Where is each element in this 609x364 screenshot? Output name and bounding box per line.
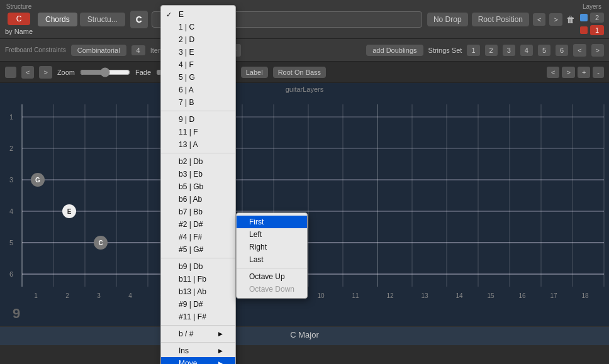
root-position-button[interactable]: Root Position bbox=[472, 13, 529, 26]
chord-name-bar: C Major bbox=[0, 326, 609, 345]
submenu-left[interactable]: Left bbox=[237, 228, 307, 241]
add-doublings-button[interactable]: add Doublings bbox=[366, 45, 423, 56]
submenu-right[interactable]: Right bbox=[237, 241, 307, 253]
third-next-button[interactable]: > bbox=[39, 66, 52, 79]
string-btn-2[interactable]: 2 bbox=[485, 45, 498, 56]
plus-button[interactable]: + bbox=[578, 67, 590, 78]
menu-item-ins[interactable]: Ins bbox=[161, 345, 235, 357]
strings-prev-button[interactable]: < bbox=[573, 44, 586, 57]
combinatorial-button[interactable]: Combinatorial bbox=[71, 45, 126, 56]
menu-item-b9[interactable]: b9 | Db bbox=[161, 260, 235, 273]
menu-item-4f[interactable]: 4 | F bbox=[161, 58, 235, 71]
svg-text:12: 12 bbox=[386, 292, 394, 299]
string-btn-3[interactable]: 3 bbox=[503, 45, 515, 56]
submenu-last[interactable]: Last bbox=[237, 253, 307, 266]
right-nav-bar: < > + - bbox=[547, 67, 604, 78]
menu-item-11f[interactable]: 11 | F bbox=[161, 126, 235, 138]
menu-item-6a[interactable]: 6 | A bbox=[161, 84, 235, 96]
menu-item-b13[interactable]: b13 | Ab bbox=[161, 285, 235, 298]
menu-item-s9[interactable]: #9 | D# bbox=[161, 298, 235, 311]
svg-text:G: G bbox=[35, 177, 40, 184]
layer1-color bbox=[580, 14, 588, 21]
right-next-button[interactable]: > bbox=[562, 67, 574, 78]
submenu-octave-up[interactable]: Octave Up bbox=[237, 270, 307, 283]
small-square-button[interactable] bbox=[5, 67, 16, 78]
menu-item-7b[interactable]: 7 | B bbox=[161, 96, 235, 109]
svg-text:C: C bbox=[98, 240, 103, 246]
menu-item-9d[interactable]: 9 | D bbox=[161, 113, 235, 126]
move-submenu: First Left Right Last Octave Up Octave D… bbox=[236, 212, 308, 299]
guitar-layers-label: guitarLayers bbox=[0, 83, 609, 96]
svg-text:5: 5 bbox=[9, 239, 13, 246]
menu-item-e[interactable]: E bbox=[161, 8, 235, 21]
svg-text:3: 3 bbox=[9, 176, 13, 184]
menu-item-b7[interactable]: b7 | Bb bbox=[161, 206, 235, 218]
strings-next-button[interactable]: > bbox=[591, 44, 604, 57]
root-on-bass-button[interactable]: Root On Bass bbox=[273, 67, 326, 78]
structure-label: Structure bbox=[6, 3, 32, 10]
menu-item-1c[interactable]: 1 | C bbox=[161, 21, 235, 33]
structure-button[interactable]: C bbox=[8, 13, 31, 25]
chord-icon: C bbox=[130, 11, 148, 28]
svg-text:4: 4 bbox=[128, 292, 132, 299]
layer2-number[interactable]: 1 bbox=[590, 25, 604, 35]
string-btn-1[interactable]: 1 bbox=[467, 45, 479, 56]
menu-divider-5 bbox=[161, 342, 235, 343]
prev-button[interactable]: < bbox=[533, 13, 545, 26]
string-btn-4[interactable]: 4 bbox=[520, 45, 533, 56]
second-toolbar: Fretboard Constraints Combinatorial 4 It… bbox=[0, 39, 609, 62]
menu-item-b2[interactable]: b2 | Db bbox=[161, 155, 235, 168]
nodrop-button[interactable]: No Drop bbox=[427, 13, 468, 26]
menu-divider-1 bbox=[161, 111, 235, 111]
menu-item-b6[interactable]: b6 | Ab bbox=[161, 193, 235, 206]
menu-item-b5[interactable]: b5 | Gb bbox=[161, 180, 235, 193]
svg-text:14: 14 bbox=[455, 292, 463, 299]
menu-item-s2[interactable]: #2 | D# bbox=[161, 218, 235, 231]
string-btn-6[interactable]: 6 bbox=[556, 45, 568, 56]
minus-button[interactable]: - bbox=[593, 67, 604, 78]
zoom-label: Zoom bbox=[57, 69, 75, 76]
svg-text:1: 1 bbox=[9, 113, 13, 121]
right-prev-button[interactable]: < bbox=[547, 67, 559, 78]
third-toolbar: < > Zoom Fade Spot Label Root On Bass < … bbox=[0, 62, 609, 83]
menu-item-s11[interactable]: #11 | F# bbox=[161, 311, 235, 323]
menu-item-move[interactable]: Move bbox=[161, 357, 235, 364]
fade-label: Fade bbox=[135, 69, 151, 76]
menu-divider-3 bbox=[161, 258, 235, 258]
svg-text:15: 15 bbox=[487, 292, 494, 299]
menu-item-b11[interactable]: b11 | Fb bbox=[161, 273, 235, 285]
trash-button[interactable]: 🗑 bbox=[566, 14, 575, 25]
zoom-slider[interactable] bbox=[80, 67, 130, 77]
menu-item-5g[interactable]: 5 | G bbox=[161, 71, 235, 84]
menu-item-3e[interactable]: 3 | E bbox=[161, 46, 235, 58]
menu-item-s5[interactable]: #5 | G# bbox=[161, 243, 235, 256]
submenu-first[interactable]: First bbox=[237, 216, 307, 228]
menu-item-13a[interactable]: 13 | A bbox=[161, 138, 235, 151]
menu-item-s4[interactable]: #4 | F# bbox=[161, 231, 235, 243]
string-btn-5[interactable]: 5 bbox=[538, 45, 550, 56]
count-display: 4 bbox=[131, 45, 145, 55]
submenu-octave-down: Octave Down bbox=[237, 283, 307, 295]
top-toolbar: Structure C by Name Chords Structu... C … bbox=[0, 0, 609, 39]
svg-text:3: 3 bbox=[97, 292, 101, 299]
fretboard-constraints-label: Fretboard Constraints bbox=[5, 47, 66, 53]
layers-label: Layers bbox=[583, 3, 601, 10]
menu-item-2d[interactable]: 2 | D bbox=[161, 33, 235, 46]
menu-item-b3[interactable]: b3 | Eb bbox=[161, 168, 235, 180]
svg-text:9: 9 bbox=[13, 306, 20, 321]
svg-text:4: 4 bbox=[9, 207, 13, 215]
layers-group: Layers 2 1 bbox=[580, 3, 604, 35]
structure-button2[interactable]: Structu... bbox=[80, 13, 125, 26]
next-button[interactable]: > bbox=[549, 13, 562, 26]
right-controls: No Drop Root Position < > 🗑 bbox=[427, 13, 575, 26]
chord-structure-buttons: Chords Structu... bbox=[38, 13, 125, 26]
svg-text:2: 2 bbox=[65, 292, 69, 299]
menu-item-b-sharp[interactable]: b / # bbox=[161, 328, 235, 340]
chords-button[interactable]: Chords bbox=[38, 13, 77, 26]
label-button[interactable]: Label bbox=[241, 67, 268, 78]
menu-divider-4 bbox=[161, 325, 235, 326]
context-menu: E 1 | C 2 | D 3 | E 4 | F 5 | G 6 | A 7 … bbox=[160, 5, 236, 364]
third-prev-button[interactable]: < bbox=[21, 66, 34, 79]
svg-text:6: 6 bbox=[9, 270, 13, 278]
layer1-number[interactable]: 2 bbox=[590, 13, 604, 23]
